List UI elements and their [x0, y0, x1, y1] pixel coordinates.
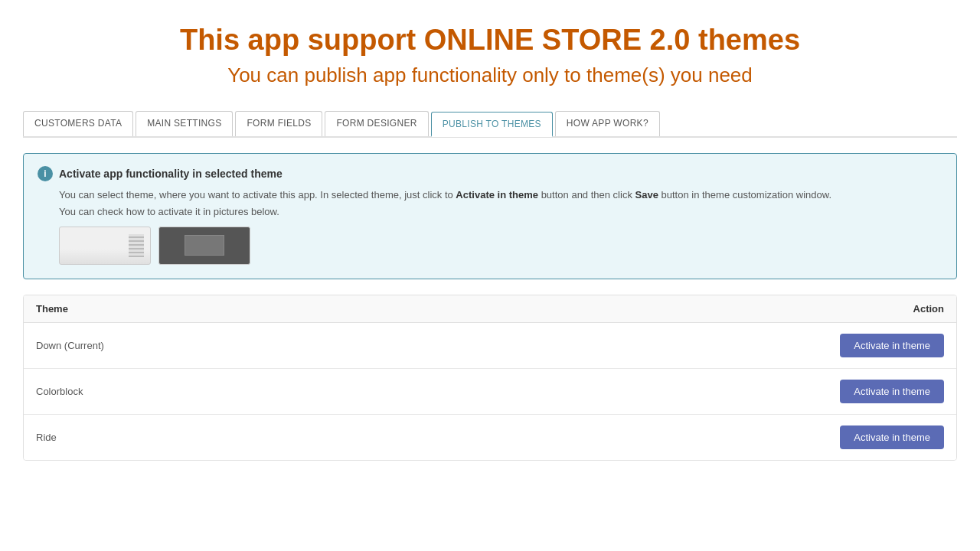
tab-form-fields[interactable]: FORM FIELDS [235, 111, 322, 136]
info-box-title: Activate app functionality in selected t… [59, 168, 283, 180]
tab-form-designer[interactable]: FORM DESIGNER [325, 111, 428, 136]
theme-name-ride: Ride [36, 432, 57, 443]
tab-publish-to-themes[interactable]: PUBLISH TO THEMES [431, 112, 553, 137]
thumbnail-2 [158, 227, 250, 265]
table-header: Theme Action [24, 295, 956, 323]
info-box-header: i Activate app functionality in selected… [38, 166, 942, 181]
header-section: This app support ONLINE STORE 2.0 themes… [23, 23, 957, 88]
info-text-bold1: Activate in theme [456, 189, 538, 201]
info-box-text: You can select theme, where you want to … [38, 187, 942, 203]
tabs-bar: CUSTOMERS DATA MAIN SETTINGS FORM FIELDS… [23, 111, 957, 138]
tab-main-settings[interactable]: MAIN SETTINGS [136, 111, 233, 136]
page-subtitle: You can publish app functionality only t… [23, 63, 957, 89]
col-action: Action [913, 303, 944, 315]
info-icon: i [38, 166, 53, 181]
theme-name-down: Down (Current) [36, 340, 104, 351]
thumbnail-1 [59, 227, 151, 265]
tab-customers-data[interactable]: CUSTOMERS DATA [23, 111, 133, 136]
table-row: Colorblock Activate in theme [24, 369, 956, 415]
activate-colorblock-button[interactable]: Activate in theme [840, 380, 944, 403]
content-area: i Activate app functionality in selected… [23, 138, 957, 476]
page-title: This app support ONLINE STORE 2.0 themes [23, 23, 957, 58]
info-box: i Activate app functionality in selected… [23, 153, 957, 279]
table-row: Down (Current) Activate in theme [24, 323, 956, 369]
themes-table: Theme Action Down (Current) Activate in … [23, 295, 957, 461]
thumbnails [38, 227, 942, 265]
page-container: This app support ONLINE STORE 2.0 themes… [0, 0, 980, 476]
info-text-bold2: Save [635, 189, 658, 201]
table-row: Ride Activate in theme [24, 415, 956, 460]
info-text-part2: button and then click [541, 189, 635, 201]
info-text-part1: You can select theme, where you want to … [59, 189, 456, 201]
tab-how-app-work[interactable]: HOW APP WORK? [555, 111, 660, 136]
activate-ride-button[interactable]: Activate in theme [840, 425, 944, 449]
info-box-subtext: You can check how to activate it in pict… [38, 206, 942, 217]
col-theme: Theme [36, 303, 68, 315]
activate-down-button[interactable]: Activate in theme [840, 334, 944, 357]
info-text-part3: button in theme customization window. [662, 189, 832, 201]
theme-name-colorblock: Colorblock [36, 386, 83, 397]
